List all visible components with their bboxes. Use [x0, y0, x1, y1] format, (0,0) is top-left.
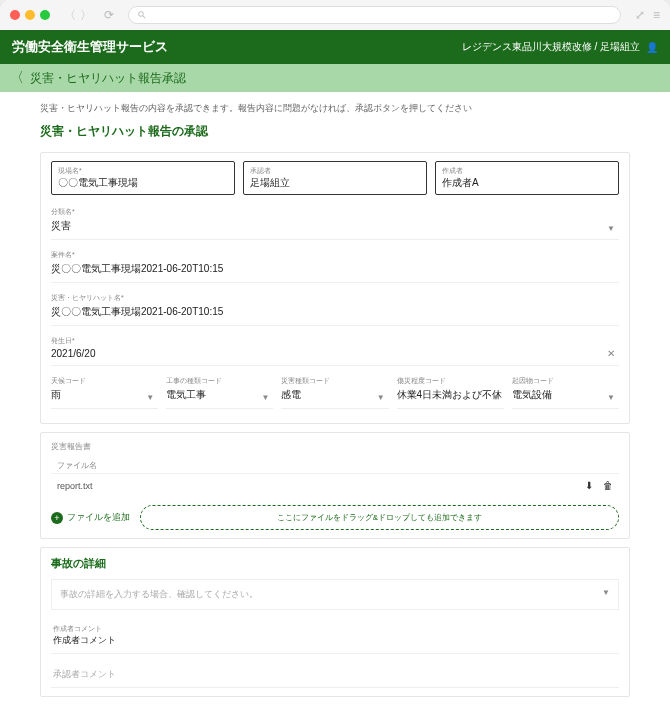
detail-placeholder: 事故の詳細を入力する場合、確認してください。 [60, 589, 258, 599]
detail-card: 事故の詳細 事故の詳細を入力する場合、確認してください。 ▼ 作成者コメント 作… [40, 547, 630, 697]
cause-field[interactable]: 起因物コード 電気設備 ▼ [512, 372, 619, 409]
hh-value: 災〇〇電気工事現場2021-06-20T10:15 [51, 306, 223, 317]
sub-header[interactable]: 〈 災害・ヒヤリハット報告承認 [0, 64, 670, 92]
work-label: 工事の種類コード [166, 376, 273, 386]
back-icon[interactable]: 〈 [64, 7, 76, 24]
chevron-down-icon: ▼ [146, 393, 154, 402]
add-file-button[interactable]: + ファイルを追加 [51, 511, 130, 524]
reload-icon[interactable]: ⟳ [104, 8, 114, 22]
nav-arrows: 〈 〉 [64, 7, 92, 24]
url-bar[interactable] [128, 6, 621, 24]
file-row: report.txt ⬇ 🗑 [51, 473, 619, 497]
cause-label: 起因物コード [512, 376, 619, 386]
chevron-down-icon: ▼ [261, 393, 269, 402]
user-icon[interactable]: 👤 [646, 42, 658, 53]
reporter-box: 承認者 足場組立 [243, 161, 427, 195]
creator-comment-field[interactable]: 作成者コメント 作成者コメント [51, 618, 619, 654]
reporter-value: 足場組立 [250, 176, 420, 190]
approver-comment-placeholder: 承認者コメント [53, 669, 116, 679]
expand-icon[interactable]: ⤢ [635, 8, 645, 22]
codes-row: 天候コード 雨 ▼ 工事の種類コード 電気工事 ▼ 災害種類コード 感電 ▼ 傷… [51, 372, 619, 415]
weather-label: 天候コード [51, 376, 158, 386]
close-window-icon[interactable] [10, 10, 20, 20]
severity-label: 傷災程度コード [397, 376, 504, 386]
chevron-down-icon: ▼ [607, 224, 615, 233]
category-value: 災害 [51, 220, 71, 231]
name-value: 災〇〇電気工事現場2021-06-20T10:15 [51, 263, 223, 274]
back-chevron-icon[interactable]: 〈 [10, 69, 24, 87]
work-value: 電気工事 [166, 389, 206, 400]
minimize-window-icon[interactable] [25, 10, 35, 20]
browser-window: 〈 〉 ⟳ ⤢ ≡ 労働安全衛生管理サービス レジデンス東品川大規模改修 / 足… [0, 0, 670, 716]
hh-name-field[interactable]: 災害・ヒヤリハット名* 災〇〇電気工事現場2021-06-20T10:15 [51, 289, 619, 326]
date-label: 発生日* [51, 336, 619, 346]
form-card: 現場名* 〇〇電気工事現場 承認者 足場組立 作成者 作成者A 分類名* 災害 … [40, 152, 630, 424]
weather-field[interactable]: 天候コード 雨 ▼ [51, 372, 158, 409]
date-field[interactable]: 発生日* 2021/6/20 ✕ [51, 332, 619, 366]
add-file-label: ファイルを追加 [67, 511, 130, 524]
download-icon[interactable]: ⬇ [585, 480, 593, 491]
type-value: 感電 [281, 389, 301, 400]
search-icon [137, 10, 147, 20]
category-label: 分類名* [51, 207, 619, 217]
site-value: 〇〇電気工事現場 [58, 176, 228, 190]
delete-icon[interactable]: 🗑 [603, 480, 613, 491]
hh-label: 災害・ヒヤリハット名* [51, 293, 619, 303]
content-area: 災害・ヒヤリハット報告の内容を承認できます。報告内容に問題がなければ、承認ボタン… [0, 92, 670, 716]
name-label: 案件名* [51, 250, 619, 260]
creator-value: 作成者A [442, 176, 612, 190]
top-row: 現場名* 〇〇電気工事現場 承認者 足場組立 作成者 作成者A [51, 161, 619, 195]
date-value: 2021/6/20 [51, 348, 96, 359]
breadcrumb: レジデンス東品川大規模改修 / 足場組立 [462, 40, 640, 54]
chevron-down-icon: ▼ [492, 393, 500, 402]
hint-text: 災害・ヒヤリハット報告の内容を承認できます。報告内容に問題がなければ、承認ボタン… [40, 102, 630, 115]
detail-title: 事故の詳細 [51, 556, 619, 571]
site-label: 現場名* [58, 166, 228, 176]
severity-value: 休業4日未満および不休 [397, 389, 503, 400]
site-box: 現場名* 〇〇電気工事現場 [51, 161, 235, 195]
severity-field[interactable]: 傷災程度コード 休業4日未満および不休 ▼ [397, 372, 504, 409]
files-section-label: 災害報告書 [51, 441, 619, 452]
chevron-down-icon: ▼ [377, 393, 385, 402]
work-type-field[interactable]: 工事の種類コード 電気工事 ▼ [166, 372, 273, 409]
browser-chrome: 〈 〉 ⟳ ⤢ ≡ [0, 0, 670, 30]
dropzone[interactable]: ここにファイルをドラッグ&ドロップしても追加できます [140, 505, 619, 530]
weather-value: 雨 [51, 389, 61, 400]
maximize-window-icon[interactable] [40, 10, 50, 20]
file-name: report.txt [57, 481, 585, 491]
creator-label: 作成者 [442, 166, 612, 176]
traffic-lights [10, 10, 50, 20]
file-column-header: ファイル名 [51, 458, 619, 473]
menu-icon[interactable]: ≡ [653, 8, 660, 22]
chevron-down-icon: ▼ [607, 393, 615, 402]
reporter-label: 承認者 [250, 166, 420, 176]
category-field[interactable]: 分類名* 災害 ▼ [51, 203, 619, 240]
app-title: 労働安全衛生管理サービス [12, 38, 168, 56]
creator-comment-label: 作成者コメント [53, 624, 617, 634]
type-label: 災害種類コード [281, 376, 388, 386]
creator-comment-value: 作成者コメント [53, 635, 116, 645]
sub-header-title: 災害・ヒヤリハット報告承認 [30, 70, 186, 87]
forward-icon[interactable]: 〉 [80, 7, 92, 24]
app-header: 労働安全衛生管理サービス レジデンス東品川大規模改修 / 足場組立 👤 [0, 30, 670, 64]
cause-value: 電気設備 [512, 389, 552, 400]
disaster-type-field[interactable]: 災害種類コード 感電 ▼ [281, 372, 388, 409]
window-controls: ⤢ ≡ [635, 8, 660, 22]
creator-box: 作成者 作成者A [435, 161, 619, 195]
name-field[interactable]: 案件名* 災〇〇電気工事現場2021-06-20T10:15 [51, 246, 619, 283]
plus-icon: + [51, 512, 63, 524]
page-title: 災害・ヒヤリハット報告の承認 [40, 123, 630, 140]
detail-expander[interactable]: 事故の詳細を入力する場合、確認してください。 ▼ [51, 579, 619, 610]
file-actions: + ファイルを追加 ここにファイルをドラッグ&ドロップしても追加できます [51, 505, 619, 530]
clear-icon[interactable]: ✕ [607, 348, 615, 359]
files-card: 災害報告書 ファイル名 report.txt ⬇ 🗑 + ファイルを追加 ここに… [40, 432, 630, 539]
chevron-down-icon: ▼ [602, 588, 610, 597]
approver-comment-field[interactable]: 承認者コメント [51, 662, 619, 688]
